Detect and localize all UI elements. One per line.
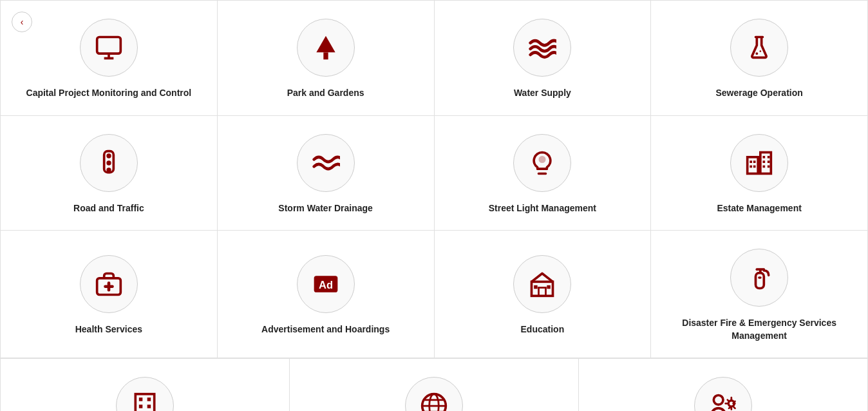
grid-item-road-traffic[interactable]: Road and Traffic (1, 116, 218, 231)
svg-rect-16 (753, 160, 756, 163)
water-supply-icon-circle (513, 19, 571, 77)
svg-rect-39 (147, 405, 151, 409)
street-light-icon-circle (513, 134, 571, 192)
grid-item-advertisement[interactable]: AdAdvertisement and Hoardings (218, 231, 435, 358)
user-mgmt-icon-circle (694, 377, 752, 411)
grid-item-storm-water[interactable]: Storm Water Drainage (218, 116, 435, 231)
svg-rect-15 (750, 165, 752, 167)
health-icon-circle (80, 255, 138, 313)
bottom-grid: Property ManagementCity GisUser Manageme… (0, 358, 868, 411)
sewerage-label: Sewerage Operation (715, 87, 802, 100)
advertisement-icon-circle: Ad (297, 255, 355, 313)
svg-point-5 (756, 52, 759, 55)
main-grid: Capital Project Monitoring and ControlPa… (0, 0, 868, 411)
svg-rect-20 (763, 165, 766, 167)
svg-rect-12 (748, 157, 759, 173)
svg-point-42 (429, 394, 439, 411)
estate-label: Estate Management (717, 202, 801, 215)
svg-point-8 (106, 153, 111, 158)
health-label: Health Services (75, 323, 142, 336)
svg-point-10 (106, 167, 111, 172)
grid-item-education[interactable]: Education (435, 231, 652, 358)
grid-item-capital-project[interactable]: Capital Project Monitoring and Control (1, 1, 218, 116)
svg-rect-22 (768, 160, 770, 163)
grid-item-health[interactable]: Health Services (1, 231, 218, 358)
disaster-icon-circle (730, 249, 788, 307)
svg-rect-34 (758, 276, 762, 279)
capital-project-icon-circle (80, 19, 138, 77)
capital-project-label: Capital Project Monitoring and Control (26, 87, 192, 100)
svg-rect-18 (763, 156, 766, 158)
city-gis-icon-circle (405, 377, 463, 411)
svg-rect-4 (323, 52, 328, 59)
grid-item-property[interactable]: Property Management (1, 359, 290, 411)
grid-item-sewerage[interactable]: Sewerage Operation (651, 1, 868, 116)
svg-marker-3 (316, 36, 335, 53)
education-label: Education (521, 323, 565, 336)
storm-water-icon-circle (297, 134, 355, 192)
sewerage-icon-circle (730, 19, 788, 77)
svg-rect-38 (139, 405, 143, 409)
grid-item-disaster[interactable]: Disaster Fire & Emergency Services Manag… (651, 231, 868, 358)
svg-rect-23 (768, 165, 770, 167)
svg-point-6 (760, 50, 762, 52)
grid-item-water-supply[interactable]: Water Supply (435, 1, 652, 116)
svg-rect-21 (768, 156, 770, 158)
park-gardens-label: Park and Gardens (287, 87, 364, 100)
svg-text:Ad: Ad (319, 279, 333, 291)
svg-rect-37 (147, 398, 151, 402)
svg-point-41 (422, 394, 446, 411)
svg-rect-14 (750, 160, 752, 163)
advertisement-label: Advertisement and Hoardings (261, 323, 390, 336)
estate-icon-circle (730, 134, 788, 192)
svg-rect-17 (753, 165, 756, 167)
disaster-label: Disaster Fire & Emergency Services Manag… (661, 317, 857, 342)
street-light-label: Street Light Management (489, 202, 596, 215)
property-icon-circle (116, 377, 174, 411)
svg-rect-35 (135, 394, 154, 411)
grid-item-user-mgmt[interactable]: User Management (579, 359, 868, 411)
road-traffic-label: Road and Traffic (73, 202, 144, 215)
road-traffic-icon-circle (80, 134, 138, 192)
svg-point-11 (539, 156, 546, 163)
svg-rect-19 (763, 160, 766, 163)
svg-point-46 (713, 396, 723, 405)
svg-rect-30 (539, 287, 546, 296)
svg-rect-31 (534, 285, 538, 289)
education-icon-circle (513, 255, 571, 313)
svg-point-9 (106, 160, 111, 165)
svg-rect-0 (97, 37, 121, 54)
back-button[interactable]: ‹ (12, 12, 32, 32)
storm-water-label: Storm Water Drainage (278, 202, 373, 215)
grid-item-street-light[interactable]: Street Light Management (435, 116, 652, 231)
grid-item-park-gardens[interactable]: Park and Gardens (218, 1, 435, 116)
svg-rect-29 (532, 282, 553, 296)
park-gardens-icon-circle (297, 19, 355, 77)
svg-rect-32 (547, 285, 551, 289)
water-supply-label: Water Supply (514, 87, 571, 100)
grid-item-estate[interactable]: Estate Management (651, 116, 868, 231)
grid-item-city-gis[interactable]: City Gis (290, 359, 579, 411)
svg-rect-36 (139, 398, 143, 402)
svg-rect-33 (756, 273, 764, 289)
top-grid: Capital Project Monitoring and ControlPa… (0, 0, 868, 358)
